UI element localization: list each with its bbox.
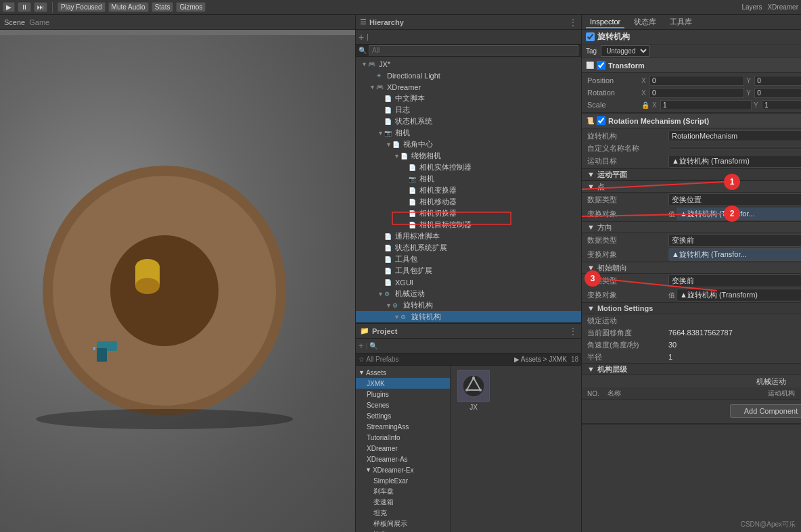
rot-y-input[interactable]: [754, 88, 801, 98]
tree-label-xgui: XGUI: [395, 279, 413, 287]
svg-point-13: [479, 389, 482, 391]
tree-item-cam-modifier[interactable]: 📄相机变换器: [356, 185, 581, 196]
play-focused-button[interactable]: Play Focused: [58, 2, 106, 12]
proj-tree-item-simple-ex[interactable]: SimpleExar: [356, 475, 450, 486]
tab-state-lib[interactable]: 状态库: [630, 16, 660, 28]
add-component-button[interactable]: Add Component: [730, 404, 801, 418]
dir-transform-value: ▲旋转机构 (Transfor...: [668, 248, 801, 261]
point-transform-row: 变换对象 值 ▲旋转机构 (Transfor...: [582, 207, 801, 221]
tree-item-orbit-camera[interactable]: ▼📄绕物相机: [356, 150, 581, 162]
project-search-icon[interactable]: 🔍: [369, 342, 377, 349]
transform-active[interactable]: [597, 61, 605, 70]
point-section-header[interactable]: ▼ 点: [582, 180, 801, 193]
scale-y-input[interactable]: [762, 100, 801, 110]
scale-x-input[interactable]: [660, 100, 752, 110]
proj-tree-item-tutorial[interactable]: TutorialInfo: [356, 432, 450, 443]
proj-tree-arrow-xdreamer-ex: ▼: [365, 466, 371, 473]
proj-tree-item-settings[interactable]: Settings: [356, 410, 450, 421]
tree-item-chinese-text[interactable]: 📄中文脚本: [356, 93, 581, 104]
lock-icon: 🔒: [641, 101, 651, 109]
tree-item-xgui[interactable]: 📄XGUI: [356, 276, 581, 288]
angular-speed-label: 角速度(角度/秒): [587, 340, 668, 350]
tree-item-toolkit-expand[interactable]: 📄工具包扩展: [356, 265, 581, 276]
scale-x-field: 🔒 X: [641, 100, 752, 110]
tree-item-diary[interactable]: 📄日志: [356, 104, 581, 116]
tab-toolkit[interactable]: 工具库: [666, 16, 696, 28]
mute-audio-button[interactable]: Mute Audio: [108, 2, 149, 12]
tree-label-state-machine-sys: 状态机系统: [395, 116, 432, 126]
tree-item-cam-switcher[interactable]: 📄相机切换器: [356, 208, 581, 219]
tree-item-camera[interactable]: 📷相机: [356, 173, 581, 185]
rotation-mech-header[interactable]: 📜 Rotation Mechanism (Script) ⚙ ⋮: [582, 114, 801, 128]
init-dir-label: 初始朝向: [597, 263, 627, 273]
init-dir-header[interactable]: ▼ 初始朝向: [582, 262, 801, 274]
rot-x-field: X: [641, 88, 744, 98]
tree-label-camera: 相机: [419, 174, 434, 184]
tree-item-cam-mover[interactable]: 📄相机移动器: [356, 196, 581, 208]
proj-tree-item-sample-demo[interactable]: 样板间展示: [356, 518, 450, 529]
current-angle-value[interactable]: 7664.83817562787: [668, 329, 801, 337]
step-button[interactable]: ⏭: [34, 2, 47, 12]
obj-active-checkbox[interactable]: [586, 32, 595, 41]
radius-value[interactable]: 1: [668, 353, 801, 361]
hierarchy-add[interactable]: +: [359, 32, 364, 43]
hierarchy-search-input[interactable]: [369, 45, 578, 55]
game-label[interactable]: Game: [29, 18, 49, 26]
proj-tree-label-settings: Settings: [367, 412, 391, 420]
proj-tree-item-xdreamer-ex[interactable]: ▼XDreamer-Ex: [356, 464, 450, 475]
tree-item-view-center[interactable]: ▼📄视角中心: [356, 139, 581, 150]
tree-item-state-machine-sys[interactable]: 📄状态机系统: [356, 116, 581, 127]
proj-tree-item-tank[interactable]: 坦克: [356, 508, 450, 518]
sx-letter: X: [652, 101, 659, 109]
tree-item-cam-body-ctrl[interactable]: 📄相机实体控制器: [356, 162, 581, 173]
custom-name-value[interactable]: [668, 147, 801, 149]
tree-item-jx[interactable]: ▼🎮JX*: [356, 58, 581, 70]
stats-button[interactable]: Stats: [152, 2, 174, 12]
project-add[interactable]: +: [359, 341, 364, 351]
proj-tree-item-xdreamer-as[interactable]: XDreamer-As: [356, 454, 450, 464]
scene-canvas[interactable]: [0, 35, 355, 532]
motion-plane-header[interactable]: ▼ 运动平面: [582, 168, 801, 180]
tab-inspector[interactable]: Inspector: [586, 16, 624, 28]
proj-tree-item-streaming[interactable]: StreamingAss: [356, 421, 450, 432]
asset-item-jx[interactable]: JX: [453, 368, 494, 412]
custom-name-row: 自定义名称名称: [582, 142, 801, 154]
hierarchy-menu[interactable]: ⋮: [569, 18, 577, 27]
tree-item-mech-motion[interactable]: ▼⚙机械运动: [356, 288, 581, 299]
tree-item-cam-target-ctrl[interactable]: 📄相机目标控制器: [356, 219, 581, 231]
proj-tree-item-car[interactable]: 汽车: [356, 529, 450, 532]
project-tree: ▼Assets JXMK Plugins Scenes Settings Str…: [356, 366, 451, 532]
pause-button[interactable]: ⏸: [18, 2, 31, 12]
tag-select[interactable]: Untagged: [601, 45, 649, 57]
proj-tree-item-plugins[interactable]: Plugins: [356, 389, 450, 400]
tree-item-rotation-mech[interactable]: ▼⚙旋转机构: [356, 311, 581, 322]
proj-tree-item-xdreamer-folder[interactable]: XDreamer: [356, 443, 450, 454]
angular-speed-value[interactable]: 30: [668, 341, 801, 349]
tree-item-dir-light[interactable]: ☀Directional Light: [356, 70, 581, 81]
pos-y-input[interactable]: [754, 76, 801, 86]
transform-header[interactable]: ⬜ Transform ⚙ ⋮: [582, 58, 801, 73]
tree-item-state-expand[interactable]: 📄状态机系统扩展: [356, 242, 581, 253]
proj-tree-item-jxmk[interactable]: JXMK: [356, 378, 450, 389]
mech-hierarchy-header[interactable]: ▼ 机构层级: [582, 363, 801, 375]
tree-item-toolkit[interactable]: 📄工具包: [356, 253, 581, 265]
project-menu[interactable]: ⋮: [569, 327, 577, 336]
motion-settings-header[interactable]: ▼ Motion Settings: [582, 302, 801, 314]
proj-tree-item-gearbox[interactable]: 变速箱: [356, 497, 450, 508]
proj-tree-item-scenes[interactable]: Scenes: [356, 400, 450, 410]
tree-item-std-script[interactable]: 📄通用标准脚本: [356, 231, 581, 242]
tree-item-rotation-mech-parent[interactable]: ▼⚙旋转机构: [356, 299, 581, 311]
proj-tree-item-brake[interactable]: 刹车盘: [356, 486, 450, 497]
rotation-mech-active[interactable]: [597, 116, 605, 125]
svg-rect-9: [93, 347, 95, 350]
gizmos-button[interactable]: Gizmos: [176, 2, 206, 12]
tree-item-camera-group[interactable]: ▼📷相机: [356, 127, 581, 139]
name-header: 名称: [608, 389, 768, 398]
svg-point-14: [465, 389, 468, 391]
direction-section-header[interactable]: ▼ 方向: [582, 221, 801, 233]
pos-x-input[interactable]: [649, 76, 744, 86]
tree-item-xdreamer[interactable]: ▼🎮XDreamer: [356, 81, 581, 93]
proj-tree-item-assets[interactable]: ▼Assets: [356, 367, 450, 378]
rot-x-input[interactable]: [649, 88, 744, 98]
play-button[interactable]: ▶: [3, 2, 15, 12]
